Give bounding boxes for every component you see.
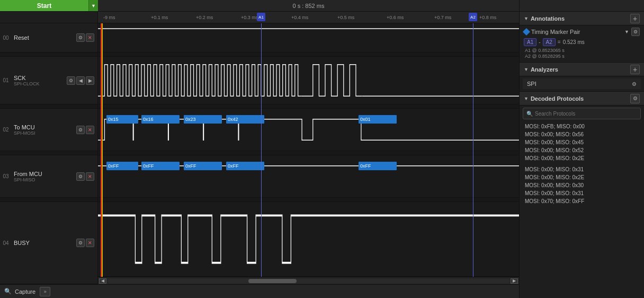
decoded-gear-btn[interactable]: ⚙ <box>630 94 640 103</box>
sck-gear-btn[interactable]: ⚙ <box>67 76 75 85</box>
reset-gear-btn[interactable]: ⚙ <box>76 33 85 42</box>
proto-label-miso-3: 0xFF <box>226 162 264 170</box>
channel-num-00: 00 <box>0 35 12 41</box>
bottom-bar: 🔍 Capture » <box>0 284 519 298</box>
proto-label-mosi-2: 0x23 <box>184 115 222 124</box>
analyzers-add-btn[interactable]: + <box>630 65 640 74</box>
search-icon: 🔍 <box>526 111 533 117</box>
channel-num-03: 03 <box>0 173 12 179</box>
channel-name-tomcu: To MCU <box>14 124 74 130</box>
busy-gear-btn[interactable]: ⚙ <box>76 239 85 247</box>
tomcu-gear-btn[interactable]: ⚙ <box>76 126 85 134</box>
search-input[interactable] <box>535 111 637 117</box>
channel-num-04: 04 <box>0 240 12 246</box>
frommcu-gear-btn[interactable]: ⚙ <box>76 172 85 181</box>
timing-dash: - <box>539 39 540 45</box>
capture-icon: 🔍 <box>4 288 12 295</box>
channel-sub-sck: SPI-CLOCK <box>14 81 65 86</box>
channel-name-reset: Reset <box>14 34 74 41</box>
channel-sub-tomcu: SPI-MOSI <box>14 130 74 136</box>
spi-analyzer-name: SPI <box>527 81 536 87</box>
proto-label-mosi-3: 0x42 <box>226 115 264 124</box>
analyzers-section: ▼ Analyzers + SPI ⚙ <box>520 63 644 92</box>
proto-item-0[interactable]: MOSI: 0xFB; MISO: 0x00 <box>523 122 641 130</box>
decoded-collapse-icon[interactable]: ▼ <box>524 96 529 101</box>
channel-sub-frommcu: SPI-MISO <box>14 177 74 182</box>
channel-num-02: 02 <box>0 127 12 133</box>
annotations-collapse-icon[interactable]: ▼ <box>524 16 529 21</box>
waveform-reset <box>98 23 519 52</box>
proto-item-10[interactable]: MOSI: 0x70; MISO: 0xFF <box>523 197 641 205</box>
waveform-busy <box>98 202 519 277</box>
start-button[interactable]: Start <box>0 0 88 11</box>
scroll-right-btn[interactable]: ▶ <box>511 278 518 284</box>
sck-next-btn[interactable]: ▶ <box>86 76 94 85</box>
decoded-protocols-header: ▼ Decoded Protocols ⚙ <box>520 92 644 106</box>
timing-marker-arrow[interactable]: ▼ <box>624 29 629 34</box>
marker-a2[interactable]: A2 <box>469 13 477 21</box>
reset-close-btn[interactable]: ✕ <box>86 33 94 42</box>
channel-name-busy: BUSY <box>14 240 74 246</box>
capture-button[interactable]: Capture <box>15 288 35 295</box>
waveform-sck <box>98 57 519 104</box>
a2-time: A2 @ 0.8528295 s <box>524 54 640 59</box>
scroll-thumb[interactable] <box>248 279 297 283</box>
ruler-mark-0: -9 ms <box>103 15 115 20</box>
proto-item-9[interactable]: MOSI: 0x00; MISO: 0x31 <box>523 189 641 197</box>
channel-row-02: 02 To MCU SPI-MOSI ⚙ ✕ <box>0 109 97 151</box>
analyzers-collapse-icon[interactable]: ▼ <box>524 67 529 72</box>
analyzers-header: ▼ Analyzers + <box>520 63 644 76</box>
time-ruler: -9 ms +0.1 ms +0.2 ms A1 +0.3 ms +0.4 ms… <box>98 12 519 23</box>
channel-name-sck: SCK <box>14 75 65 81</box>
capture-expand-btn[interactable]: » <box>40 287 50 296</box>
ruler-mark-4: +0.4 ms <box>291 15 308 20</box>
marker-a1[interactable]: A1 <box>257 13 265 21</box>
h-scrollbar[interactable]: ◀ ▶ <box>98 277 519 284</box>
proto-label-miso-0: 0xFF <box>106 162 138 170</box>
channel-row-00: 00 Reset ⚙ ✕ <box>0 23 97 52</box>
spi-analyzer-item[interactable]: SPI ⚙ <box>523 78 641 89</box>
sck-prev-btn[interactable]: ◀ <box>76 76 85 85</box>
timing-delta: 0.523 ms <box>563 39 585 45</box>
channel-row-01: 01 SCK SPI-CLOCK ⚙ ◀ ▶ <box>0 57 97 104</box>
busy-close-btn[interactable]: ✕ <box>86 239 94 247</box>
protocol-list[interactable]: MOSI: 0xFB; MISO: 0x00 MOSI: 0x00; MISO:… <box>520 121 644 298</box>
proto-item-2[interactable]: MOSI: 0x00; MISO: 0x45 <box>523 138 641 146</box>
frommcu-close-btn[interactable]: ✕ <box>86 172 94 181</box>
start-arrow[interactable]: ▼ <box>88 0 98 11</box>
timing-marker-diamond <box>523 28 530 36</box>
ruler-mark-7: +0.7 ms <box>434 15 451 20</box>
timing-marker-label: Timing Marker Pair <box>531 29 622 35</box>
a1-box: A1 <box>524 38 536 46</box>
proto-label-miso-4: 0xFF <box>359 162 397 170</box>
channel-row-03: 03 From MCU SPI-MISO ⚙ ✕ <box>0 155 97 198</box>
ruler-mark-3: +0.3 ms <box>241 15 258 20</box>
channel-num-01: 01 <box>0 77 12 83</box>
annotations-add-btn[interactable]: + <box>630 14 640 23</box>
decoded-title: Decoded Protocols <box>531 95 628 102</box>
proto-item-1[interactable]: MOSI: 0x00; MISO: 0x56 <box>523 130 641 138</box>
channel-name-frommcu: From MCU <box>14 171 74 177</box>
waveform-miso: 0xFF 0xFF 0xFF 0xFF 0xFF <box>98 155 519 198</box>
proto-label-mosi-1: 0x16 <box>141 115 180 124</box>
proto-item-6[interactable]: MOSI: 0x00; MISO: 0x31 <box>523 165 641 173</box>
analyzers-title: Analyzers <box>531 66 628 73</box>
spi-analyzer-gear[interactable]: ⚙ <box>632 81 637 87</box>
ruler-mark-8: +0.8 ms <box>479 15 496 20</box>
scroll-left-btn[interactable]: ◀ <box>99 278 106 284</box>
proto-label-mosi-4: 0x01 <box>359 115 397 124</box>
timing-marker-gear[interactable]: ⚙ <box>631 28 640 36</box>
proto-label-miso-2: 0xFF <box>184 162 222 170</box>
tomcu-close-btn[interactable]: ✕ <box>86 126 94 134</box>
proto-item-4[interactable]: MOSI: 0x00; MISO: 0x2E <box>523 154 641 162</box>
proto-item-8[interactable]: MOSI: 0x00; MISO: 0x30 <box>523 181 641 189</box>
timing-equals: = <box>558 39 561 45</box>
decoded-protocols-section: ▼ Decoded Protocols ⚙ 🔍 MOSI: 0xFB; MISO… <box>520 92 644 298</box>
ruler-mark-1: +0.1 ms <box>151 15 168 20</box>
waveform-mosi: 0x15 0x16 0x23 0x42 0x01 <box>98 109 519 151</box>
ruler-mark-2: +0.2 ms <box>196 15 213 20</box>
annotations-section: ▼ Annotations + Timing Marker Pair ▼ ⚙ A… <box>520 12 644 63</box>
channel-row-04: 04 BUSY ⚙ ✕ <box>0 202 97 284</box>
proto-item-3[interactable]: MOSI: 0x00; MISO: 0x52 <box>523 146 641 154</box>
proto-item-7[interactable]: MOSI: 0x00; MISO: 0x2E <box>523 173 641 181</box>
